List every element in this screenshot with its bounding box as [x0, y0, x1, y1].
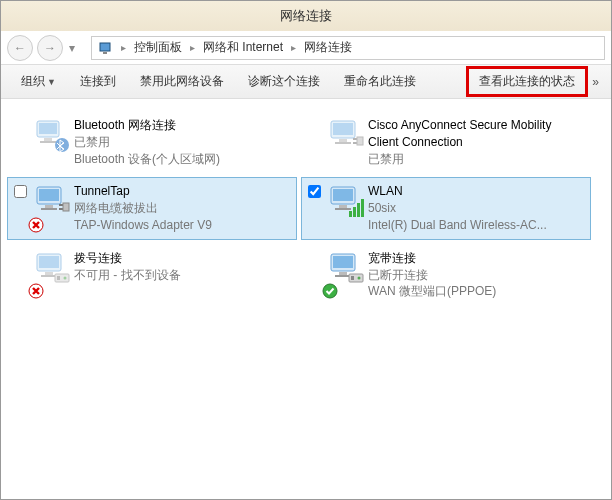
svg-rect-1 [103, 52, 107, 54]
svg-rect-28 [45, 272, 53, 275]
connection-text: 拨号连接 不可用 - 找不到设备 [74, 250, 290, 300]
arrow-right-icon: → [44, 41, 56, 55]
error-x-icon [28, 283, 44, 302]
connection-item-broadband[interactable]: 宽带连接 已断开连接 WAN 微型端口(PPPOE) [301, 244, 591, 306]
svg-rect-19 [333, 189, 353, 201]
svg-rect-15 [41, 208, 57, 210]
organize-menu[interactable]: 组织▼ [9, 67, 68, 96]
connection-checkbox-spacer [308, 117, 324, 167]
svg-rect-5 [40, 141, 56, 143]
chevron-down-icon: ▼ [47, 77, 56, 87]
connect-to-button[interactable]: 连接到 [68, 67, 128, 96]
svg-rect-25 [361, 199, 364, 217]
connection-item-tunneltap[interactable]: TunnelTap 网络电缆被拔出 TAP-Windows Adapter V9 [7, 177, 297, 239]
connection-item-bluetooth[interactable]: Bluetooth 网络连接 已禁用 Bluetooth 设备(个人区域网) [7, 111, 297, 173]
connection-item-dialup[interactable]: 拨号连接 不可用 - 找不到设备 [7, 244, 297, 306]
svg-rect-0 [100, 43, 110, 51]
svg-rect-9 [339, 139, 347, 142]
svg-rect-8 [333, 123, 353, 135]
svg-rect-21 [335, 208, 351, 210]
connection-icon [324, 183, 368, 233]
connection-device: Bluetooth 设备(个人区域网) [74, 151, 290, 168]
svg-rect-35 [333, 256, 353, 268]
connection-name: WLAN [368, 183, 584, 200]
svg-rect-22 [349, 211, 352, 217]
connection-name: 拨号连接 [74, 250, 290, 267]
breadcrumb-sep-icon: ▸ [116, 42, 131, 53]
connection-text: Bluetooth 网络连接 已禁用 Bluetooth 设备(个人区域网) [74, 117, 290, 167]
connection-checkbox-spacer [14, 117, 30, 167]
svg-rect-36 [339, 272, 347, 275]
connection-device: Intel(R) Dual Band Wireless-AC... [368, 217, 584, 234]
connection-text: Cisco AnyConnect Secure Mobility Client … [368, 117, 584, 167]
command-toolbar: 组织▼ 连接到 禁用此网络设备 诊断这个连接 重命名此连接 查看此连接的状态 » [1, 65, 611, 99]
svg-rect-24 [357, 203, 360, 217]
navigation-bar: ← → ▾ ▸ 控制面板 ▸ 网络和 Internet ▸ 网络连接 [1, 31, 611, 65]
more-chevron-icon[interactable]: » [588, 67, 603, 97]
rename-button[interactable]: 重命名此连接 [332, 67, 428, 96]
svg-rect-39 [351, 276, 354, 280]
breadcrumb-item[interactable]: 控制面板 [131, 37, 185, 58]
connection-icon [30, 250, 74, 300]
connection-icon [30, 183, 74, 233]
window-titlebar: 网络连接 [1, 1, 611, 31]
connection-icon [30, 117, 74, 167]
connection-status: 网络电缆被拔出 [74, 200, 290, 217]
svg-rect-10 [335, 142, 351, 144]
connections-pane: Bluetooth 网络连接 已禁用 Bluetooth 设备(个人区域网) C… [1, 99, 611, 318]
connection-name: Cisco AnyConnect Secure Mobility Client … [368, 117, 584, 151]
connection-status: 不可用 - 找不到设备 [74, 267, 290, 284]
svg-rect-4 [44, 138, 52, 141]
connection-status: 已禁用 [74, 134, 290, 151]
connection-name: 宽带连接 [368, 250, 584, 267]
connection-status: 已禁用 [368, 151, 584, 168]
error-x-icon [28, 217, 44, 236]
network-home-icon [96, 40, 116, 56]
svg-point-32 [64, 276, 67, 279]
svg-point-40 [358, 276, 361, 279]
window-title: 网络连接 [280, 7, 332, 25]
connection-name: Bluetooth 网络连接 [74, 117, 290, 134]
forward-button[interactable]: → [37, 35, 63, 61]
breadcrumb-bar[interactable]: ▸ 控制面板 ▸ 网络和 Internet ▸ 网络连接 [91, 36, 605, 60]
disable-device-button[interactable]: 禁用此网络设备 [128, 67, 236, 96]
back-button[interactable]: ← [7, 35, 33, 61]
svg-rect-27 [39, 256, 59, 268]
connection-item-wlan[interactable]: WLAN 50six Intel(R) Dual Band Wireless-A… [301, 177, 591, 239]
recent-dropdown-icon[interactable]: ▾ [67, 41, 77, 55]
connection-name: TunnelTap [74, 183, 290, 200]
connection-text: 宽带连接 已断开连接 WAN 微型端口(PPPOE) [368, 250, 584, 300]
svg-rect-23 [353, 207, 356, 217]
connection-device: WAN 微型端口(PPPOE) [368, 283, 584, 300]
svg-rect-16 [63, 203, 69, 211]
breadcrumb-sep-icon: ▸ [185, 42, 200, 53]
connection-icon [324, 250, 368, 300]
svg-rect-31 [57, 276, 60, 280]
connection-checkbox[interactable] [308, 183, 324, 233]
diagnose-button[interactable]: 诊断这个连接 [236, 67, 332, 96]
breadcrumb-sep-icon: ▸ [286, 42, 301, 53]
breadcrumb-item[interactable]: 网络连接 [301, 37, 355, 58]
svg-rect-20 [339, 205, 347, 208]
connection-icon [324, 117, 368, 167]
check-green-icon [322, 283, 338, 302]
svg-rect-14 [45, 205, 53, 208]
svg-rect-3 [39, 123, 57, 134]
connection-status: 已断开连接 [368, 267, 584, 284]
connection-text: WLAN 50six Intel(R) Dual Band Wireless-A… [368, 183, 584, 233]
svg-rect-11 [357, 137, 363, 145]
breadcrumb-item[interactable]: 网络和 Internet [200, 37, 286, 58]
connection-status: 50six [368, 200, 584, 217]
connection-text: TunnelTap 网络电缆被拔出 TAP-Windows Adapter V9 [74, 183, 290, 233]
svg-rect-13 [39, 189, 59, 201]
arrow-left-icon: ← [14, 41, 26, 55]
view-status-button[interactable]: 查看此连接的状态 [466, 66, 588, 97]
connection-device: TAP-Windows Adapter V9 [74, 217, 290, 234]
connection-item-cisco[interactable]: Cisco AnyConnect Secure Mobility Client … [301, 111, 591, 173]
